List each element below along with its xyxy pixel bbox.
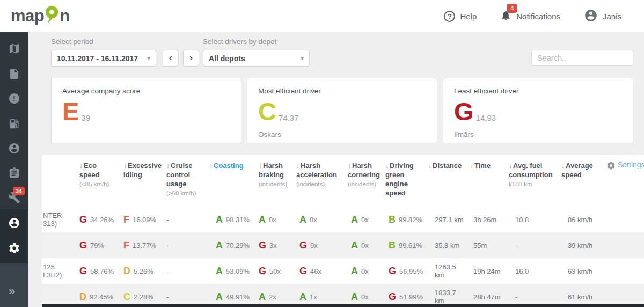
- logo-text-map: map: [11, 6, 44, 26]
- column-header-cruise-control[interactable]: ↓Cruise control usage (>60 km/h): [162, 155, 205, 207]
- vehicle-name: NTER 313): [42, 207, 75, 232]
- excessive-idling-cell: F13.77%: [119, 232, 162, 258]
- column-header-harsh-acceleration[interactable]: ↓Harsh acceleration (incidents): [292, 155, 343, 207]
- column-header-driving-green[interactable]: ↓Driving green engine speed: [381, 155, 424, 207]
- sort-arrow-icon: ↓: [428, 162, 431, 170]
- harsh-cornering-cell: A0x: [343, 258, 381, 284]
- period-dropdown[interactable]: 10.11.2017 - 16.11.2017 ▾: [51, 50, 156, 67]
- vehicle-name: [42, 232, 75, 258]
- collapse-sidebar-button[interactable]: »: [9, 284, 15, 298]
- eco-speed-cell: D92.45%: [75, 284, 119, 307]
- table-settings-button[interactable]: Settings: [602, 155, 644, 207]
- avg-speed-cell: 61 km/h: [557, 284, 602, 307]
- sort-arrow-icon: ↓: [166, 162, 170, 170]
- harsh-acceleration-cell: G46x: [292, 258, 343, 284]
- distance-cell: 1263.5 km: [424, 258, 466, 284]
- mapon-logo[interactable]: map n: [11, 4, 70, 28]
- sort-arrow-icon: ↓: [509, 162, 512, 170]
- settings-cell: [602, 284, 644, 307]
- harsh-cornering-cell: A0x: [343, 207, 381, 232]
- harsh-cornering-cell: A0x: [343, 284, 381, 307]
- driving-green-cell: G56.95%: [381, 258, 424, 284]
- sort-arrow-icon: ↓: [385, 162, 389, 170]
- card-title: Most efficient driver: [258, 87, 321, 95]
- harsh-acceleration-cell: G9x: [292, 232, 343, 258]
- avg-speed-cell: 86 km/h: [557, 207, 602, 232]
- distance-cell: 35.8 km: [424, 232, 466, 258]
- harsh-braking-cell: G3x: [254, 232, 292, 258]
- sort-arrow-icon: ↓: [296, 162, 299, 170]
- tasks-icon[interactable]: [8, 167, 20, 179]
- notifications-count-badge: 4: [507, 4, 517, 13]
- least-efficient-driver-card: Least efficient driver G 14.93 Ilmārs: [443, 78, 633, 143]
- table-row[interactable]: G79% F13.77% - A70.29% G3x G9x A0x B99.6…: [42, 232, 644, 258]
- vehicle-name: [42, 284, 75, 307]
- column-header-excessive-idling[interactable]: ↓Excessive idling: [119, 155, 162, 207]
- main-content: Select period 10.11.2017 - 16.11.2017 ▾ …: [28, 32, 644, 307]
- drivers-icon[interactable]: [8, 142, 20, 155]
- cruise-control-cell: -: [162, 284, 205, 307]
- sort-arrow-icon: ↓: [259, 162, 262, 170]
- grade-letter: G: [454, 99, 474, 124]
- driving-green-cell: B99.61%: [381, 232, 424, 258]
- fuel-cell: 16.0: [504, 258, 557, 284]
- settings-gear-icon[interactable]: [8, 242, 20, 254]
- column-header-avg-fuel[interactable]: ↓Avg. fuel consumption l/100 km: [504, 155, 557, 207]
- depot-value: All depots: [209, 54, 245, 63]
- depot-dropdown[interactable]: All depots ▾: [203, 50, 310, 67]
- card-title: Least efficient driver: [454, 87, 519, 95]
- bell-icon: 4: [500, 9, 511, 23]
- sort-arrow-icon: ↓: [123, 162, 127, 170]
- alerts-icon[interactable]: [8, 92, 20, 105]
- driver-name: Oskars: [258, 130, 281, 138]
- average-company-score-card: Average company score E 39: [51, 78, 241, 143]
- column-header-harsh-cornering[interactable]: ↓Harsh cornering (incidents): [343, 155, 381, 207]
- table-row[interactable]: 125 L3H2) G58.76% D5.26% - A53.09% G50x …: [42, 258, 644, 284]
- column-header-distance[interactable]: ↓Distance: [424, 155, 466, 207]
- help-button[interactable]: ? Help: [444, 11, 477, 22]
- cruise-control-cell: -: [162, 207, 205, 232]
- harsh-acceleration-cell: A1x: [292, 284, 343, 307]
- map-nav-icon[interactable]: [8, 42, 20, 55]
- period-value: 10.11.2017 - 16.11.2017: [57, 54, 138, 63]
- next-row-edge: [42, 304, 644, 307]
- column-header-time[interactable]: ↓Time: [466, 155, 504, 207]
- header-actions: ? Help 4 Notifications Jānis: [444, 0, 621, 32]
- column-header-harsh-braking[interactable]: ↓Harsh braking (incidents): [254, 155, 292, 207]
- avg-speed-cell: 39 km/h: [557, 232, 602, 258]
- cruise-control-cell: -: [162, 232, 205, 258]
- sidebar: 34 »: [0, 32, 28, 307]
- maintenance-count-badge: 34: [13, 187, 25, 195]
- account-icon[interactable]: [8, 217, 20, 229]
- next-period-button[interactable]: ›: [183, 50, 199, 67]
- table-row[interactable]: NTER 313) G34.26% F16.09% - A98.31% A0x …: [42, 207, 644, 232]
- fuel-cell: -: [504, 232, 557, 258]
- vehicle-name: 125 L3H2): [42, 258, 75, 284]
- avg-speed-cell: 63 km/h: [557, 258, 602, 284]
- previous-period-button[interactable]: ‹: [163, 50, 179, 67]
- eco-speed-cell: G34.26%: [75, 207, 119, 232]
- search-input[interactable]: [537, 54, 638, 62]
- table-row[interactable]: D92.45% C2.28% - A49.91% A2x A1x A0x G51…: [42, 284, 644, 307]
- grade-letter: E: [62, 99, 79, 124]
- avatar-icon: [584, 9, 598, 24]
- excessive-idling-cell: F16.09%: [119, 207, 162, 232]
- search-box: [531, 50, 633, 66]
- grade-score: 39: [81, 113, 90, 122]
- time-cell: 19h 24m: [466, 258, 504, 284]
- column-header-coasting[interactable]: ↑Coasting: [205, 155, 254, 207]
- depot-label: Select drivers by depot: [203, 38, 276, 46]
- user-menu[interactable]: Jānis: [584, 9, 621, 24]
- reports-icon[interactable]: [8, 68, 20, 80]
- column-header-average-speed[interactable]: ↓Average speed: [557, 155, 602, 207]
- settings-link: Settings: [618, 160, 644, 169]
- sort-arrow-icon: ↓: [79, 162, 83, 170]
- most-efficient-driver-card: Most efficient driver C 74.37 Oskars: [247, 78, 437, 143]
- fuel-icon[interactable]: [8, 118, 20, 130]
- harsh-braking-cell: A0x: [254, 207, 292, 232]
- notifications-button[interactable]: 4 Notifications: [500, 9, 560, 23]
- column-header-eco-speed[interactable]: ↓Eco speed (<85 km/h): [75, 155, 119, 207]
- top-header: map n ? Help 4 Notifications Jānis: [0, 0, 644, 32]
- cruise-control-cell: -: [162, 258, 205, 284]
- settings-cell: [602, 232, 644, 258]
